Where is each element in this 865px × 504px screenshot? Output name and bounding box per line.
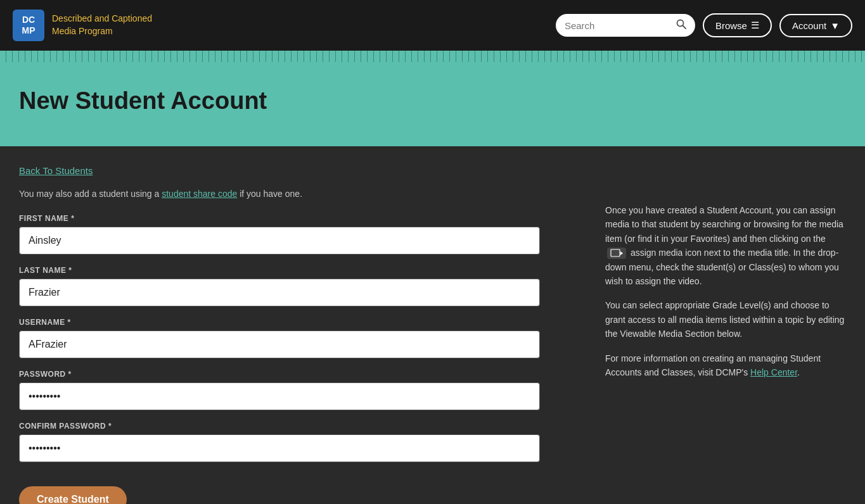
chevron-down-icon: ▼ bbox=[830, 20, 840, 31]
username-field-group: USERNAME * bbox=[19, 318, 567, 358]
hamburger-icon: ☰ bbox=[751, 20, 759, 31]
search-bar[interactable] bbox=[556, 14, 695, 37]
password-field-group: PASSWORD * bbox=[19, 370, 567, 410]
username-input[interactable] bbox=[19, 331, 540, 358]
password-input[interactable] bbox=[19, 382, 540, 410]
last-name-label: LAST NAME * bbox=[19, 266, 567, 275]
main-content: Back To Students You may also add a stud… bbox=[0, 146, 865, 504]
first-name-field-group: FIRST NAME * bbox=[19, 214, 567, 255]
confirm-password-label: CONFIRM PASSWORD * bbox=[19, 422, 567, 431]
username-label: USERNAME * bbox=[19, 318, 567, 327]
search-button[interactable] bbox=[676, 19, 686, 32]
create-student-button[interactable]: Create Student bbox=[19, 486, 127, 504]
logo-area: DCMP Described and Captioned Media Progr… bbox=[13, 9, 543, 41]
last-name-field-group: LAST NAME * bbox=[19, 266, 567, 306]
search-icon bbox=[676, 19, 686, 29]
assign-media-icon bbox=[607, 248, 626, 259]
logo-icon: DCMP bbox=[13, 9, 44, 41]
student-share-code-link[interactable]: student share code bbox=[162, 189, 237, 199]
first-name-label: FIRST NAME * bbox=[19, 214, 567, 223]
first-name-input[interactable] bbox=[19, 227, 540, 255]
page-title: New Student Account bbox=[19, 87, 846, 115]
site-name: Described and Captioned Media Program bbox=[52, 13, 152, 37]
account-button[interactable]: Account ▼ bbox=[779, 14, 852, 37]
confirm-password-input[interactable] bbox=[19, 434, 540, 462]
info-paragraph-2: You can select appropriate Grade Level(s… bbox=[605, 298, 846, 341]
last-name-input[interactable] bbox=[19, 279, 540, 306]
help-center-link[interactable]: Help Center bbox=[750, 367, 797, 377]
search-input[interactable] bbox=[565, 20, 671, 31]
info-paragraph-1: Once you have created a Student Account,… bbox=[605, 203, 846, 288]
form-section: Back To Students You may also add a stud… bbox=[19, 165, 567, 504]
site-header: DCMP Described and Captioned Media Progr… bbox=[0, 0, 865, 51]
svg-rect-2 bbox=[611, 249, 620, 256]
header-nav: Browse ☰ Account ▼ bbox=[556, 13, 852, 37]
info-panel: Once you have created a Student Account,… bbox=[605, 165, 846, 504]
back-to-students-link[interactable]: Back To Students bbox=[19, 165, 93, 176]
info-paragraph-3: For more information on creating an mana… bbox=[605, 351, 846, 380]
browse-button[interactable]: Browse ☰ bbox=[703, 13, 772, 37]
ruler-decoration bbox=[0, 51, 865, 62]
hero-banner: New Student Account bbox=[0, 62, 865, 146]
share-code-paragraph: You may also add a student using a stude… bbox=[19, 189, 567, 199]
svg-line-1 bbox=[682, 26, 686, 29]
password-label: PASSWORD * bbox=[19, 370, 567, 379]
confirm-password-field-group: CONFIRM PASSWORD * bbox=[19, 422, 567, 462]
svg-marker-3 bbox=[620, 251, 623, 255]
